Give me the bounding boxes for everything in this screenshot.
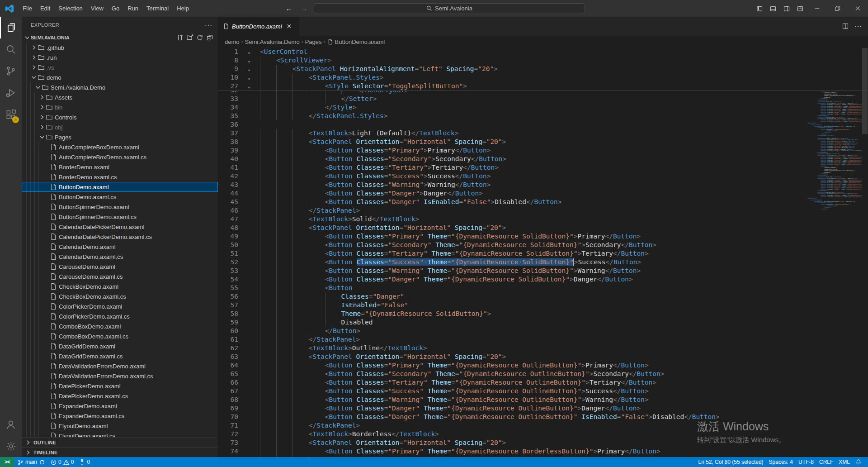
source-control-icon[interactable]	[0, 60, 22, 82]
problems-status[interactable]: 0 0	[48, 457, 76, 467]
search-sidebar-icon[interactable]	[0, 38, 22, 60]
code-line-39[interactable]: 39 <Button Classes="Primary">Primary</Bu…	[218, 146, 868, 155]
minimap[interactable]: <UserControl <ScrollViewer> <StackPanel …	[807, 48, 862, 457]
tree-item--vs[interactable]: .vs	[22, 62, 218, 72]
refresh-icon[interactable]	[196, 34, 203, 41]
code-line-48[interactable]: 48 <StackPanel Orientation="Horizontal" …	[218, 224, 868, 232]
code-line-43[interactable]: 43 <Button Classes="Warning">Warning</Bu…	[218, 181, 868, 189]
close-button[interactable]	[848, 0, 868, 17]
code-line-27[interactable]: 27⌄ <Style Selector="ToggleSplitButton">	[218, 82, 868, 91]
tree-item-carouseldemo-axaml-cs[interactable]: CarouselDemo.axaml.cs	[22, 272, 218, 281]
code-line-44[interactable]: 44 <Button Classes="Danger">Danger</Butt…	[218, 189, 868, 198]
tree-item-semi-avalonia-demo[interactable]: Semi.Avalonia.Demo	[22, 82, 218, 92]
code-line-37[interactable]: 37 <TextBlock>Light (Default)</TextBlock…	[218, 129, 868, 138]
code-line-51[interactable]: 51 <Button Classes="Tertiary" Theme="{Dy…	[218, 249, 868, 258]
cursor-position[interactable]: Ln 52, Col 80 (55 selected)	[696, 457, 766, 467]
toggle-panel-icon[interactable]	[766, 3, 780, 14]
tree-item-checkboxdemo-axaml[interactable]: CheckBoxDemo.axaml	[22, 281, 218, 291]
code-line-63[interactable]: 63 <StackPanel Orientation="Horizontal" …	[218, 353, 868, 361]
tree-item-comboboxdemo-axaml[interactable]: ComboBoxDemo.axaml	[22, 321, 218, 331]
code-line-53[interactable]: 53 <Button Classes="Warning" Theme="{Dyn…	[218, 267, 868, 275]
code-line-45[interactable]: 45 <Button Classes="Danger" IsEnabled="F…	[218, 198, 868, 206]
code-line-72[interactable]: 72 <TextBlock>Borderless</TextBlock>	[218, 430, 868, 438]
tree-item-datagriddemo-axaml-cs[interactable]: DataGridDemo.axaml.cs	[22, 351, 218, 361]
code-line-59[interactable]: 59 Disabled	[218, 318, 868, 327]
code-line-52[interactable]: 52 <Button Classes="Success"·Theme="{Dyn…	[218, 258, 868, 267]
code-line-70[interactable]: 70 <Button Classes="Danger" Theme="{Dyna…	[218, 413, 868, 421]
encoding-status[interactable]: UTF-8	[796, 457, 816, 467]
code-line-58[interactable]: 58 Theme="{DynamicResource SolidButton}"…	[218, 310, 868, 318]
code-line-9[interactable]: 9⌄ <StackPanel HorizontalAlignment="Left…	[218, 65, 868, 73]
tree-item-buttondemo-axaml[interactable]: ButtonDemo.axaml	[22, 182, 218, 192]
code-line-36[interactable]: 36	[218, 120, 868, 129]
code-line-46[interactable]: 46 </StackPanel>	[218, 206, 868, 215]
tree-item-buttonspinnerdemo-axaml[interactable]: ButtonSpinnerDemo.axaml	[22, 202, 218, 212]
code-line-71[interactable]: 71 </StackPanel>	[218, 421, 868, 430]
code-line-61[interactable]: 61 </StackPanel>	[218, 335, 868, 344]
breadcrumb-item-buttondemo-axaml[interactable]: ButtonDemo.axaml	[327, 38, 385, 45]
toggle-secondary-sidebar-icon[interactable]	[780, 3, 793, 14]
tree-item-flyoutdemo-axaml[interactable]: FlyoutDemo.axaml	[22, 421, 218, 431]
account-icon[interactable]	[0, 414, 22, 435]
eol-status[interactable]: CRLF	[816, 457, 836, 467]
code-line-54[interactable]: 54 <Button Classes="Danger" Theme="{Dyna…	[218, 275, 868, 284]
menu-go[interactable]: Go	[108, 3, 123, 14]
code-line-69[interactable]: 69 <Button Classes="Danger" Theme="{Dyna…	[218, 404, 868, 413]
new-file-icon[interactable]	[176, 34, 184, 41]
tree-item-borderdemo-axaml-cs[interactable]: BorderDemo.axaml.cs	[22, 172, 218, 182]
restore-button[interactable]	[827, 0, 848, 17]
code-line-60[interactable]: 60 </Button>	[218, 327, 868, 335]
code-line-41[interactable]: 41 <Button Classes="Tertiary">Tertiary</…	[218, 163, 868, 172]
code-line-47[interactable]: 47 <TextBlock>Solid</TextBlock>	[218, 215, 868, 224]
breadcrumb-item-demo[interactable]: demo	[225, 38, 240, 45]
tree-item-calendardatepickerdemo-axaml-cs[interactable]: CalendarDatePickerDemo.axaml.cs	[22, 232, 218, 242]
tree-root-row[interactable]: SEMI.AVALONIA	[22, 33, 218, 43]
menu-run[interactable]: Run	[123, 3, 142, 14]
forward-button[interactable]: →	[298, 5, 310, 12]
explorer-icon[interactable]	[0, 17, 22, 38]
code-line-64[interactable]: 64 <Button Classes="Primary" Theme="{Dyn…	[218, 361, 868, 370]
tree-item-obj[interactable]: obj	[22, 122, 218, 132]
menu-selection[interactable]: Selection	[54, 3, 86, 14]
tree-item-expanderdemo-axaml-cs[interactable]: ExpanderDemo.axaml.cs	[22, 411, 218, 421]
code-line-49[interactable]: 49 <Button Classes="Primary" Theme="{Dyn…	[218, 232, 868, 241]
code-line-67[interactable]: 67 <Button Classes="Success" Theme="{Dyn…	[218, 387, 868, 396]
menu-edit[interactable]: Edit	[36, 3, 54, 14]
code-line-50[interactable]: 50 <Button Classes="Secondary" Theme="{D…	[218, 241, 868, 249]
extensions-icon[interactable]: ⚠	[0, 104, 22, 125]
menu-help[interactable]: Help	[173, 3, 193, 14]
code-line-65[interactable]: 65 <Button Classes="Secondary" Theme="{D…	[218, 370, 868, 378]
tree-item-datagriddemo-axaml[interactable]: DataGridDemo.axaml	[22, 341, 218, 351]
code-line-42[interactable]: 42 <Button Classes="Success">Success</Bu…	[218, 172, 868, 181]
menu-view[interactable]: View	[87, 3, 108, 14]
split-editor-icon[interactable]	[842, 23, 849, 30]
tree-item-demo[interactable]: demo	[22, 72, 218, 82]
code-line-1[interactable]: 1⌄<UserControl	[218, 48, 868, 56]
back-button[interactable]: ←	[283, 5, 295, 12]
tab-buttondemo[interactable]: ButtonDemo.axaml ✕	[218, 17, 300, 36]
toggle-sidebar-icon[interactable]	[753, 3, 766, 14]
tree-item-bin[interactable]: bin	[22, 102, 218, 112]
tree-item-checkboxdemo-axaml-cs[interactable]: CheckBoxDemo.axaml.cs	[22, 291, 218, 301]
collapse-folders-icon[interactable]	[206, 34, 213, 41]
code-line-8[interactable]: 8⌄ <ScrollViewer>	[218, 56, 868, 65]
tree-item-autocompleteboxdemo-axaml[interactable]: AutoCompleteBoxDemo.axaml	[22, 142, 218, 152]
code-line-32[interactable]: 32 </MenuFlyout>	[218, 91, 868, 95]
indentation-status[interactable]: Spaces: 4	[766, 457, 796, 467]
code-line-62[interactable]: 62 <TextBlock>Outline</TextBlock>	[218, 344, 868, 353]
menu-file[interactable]: File	[19, 3, 36, 14]
sticky-scroll[interactable]: 1⌄<UserControl8⌄ <ScrollViewer>9⌄ <Stack…	[218, 48, 868, 91]
code-line-68[interactable]: 68 <Button Classes="Warning" Theme="{Dyn…	[218, 396, 868, 404]
code-line-57[interactable]: 57 IsEnabled="False"	[218, 301, 868, 310]
tree-item-comboboxdemo-axaml-cs[interactable]: ComboBoxDemo.axaml.cs	[22, 331, 218, 341]
menu-terminal[interactable]: Terminal	[142, 3, 173, 14]
tree-item-expanderdemo-axaml[interactable]: ExpanderDemo.axaml	[22, 401, 218, 411]
code-line-55[interactable]: 55 <Button	[218, 284, 868, 292]
scrollbar-slider[interactable]	[862, 48, 868, 134]
tree-item-datepickerdemo-axaml[interactable]: DatePickerDemo.axaml	[22, 381, 218, 391]
more-actions-icon[interactable]: ⋯	[854, 22, 862, 31]
tree-item-buttonspinnerdemo-axaml-cs[interactable]: ButtonSpinnerDemo.axaml.cs	[22, 212, 218, 222]
timeline-section-header[interactable]: TIMELINE	[22, 447, 218, 457]
code-area[interactable]: 1⌄<UserControl8⌄ <ScrollViewer>9⌄ <Stack…	[218, 48, 868, 457]
new-folder-icon[interactable]	[186, 34, 193, 41]
